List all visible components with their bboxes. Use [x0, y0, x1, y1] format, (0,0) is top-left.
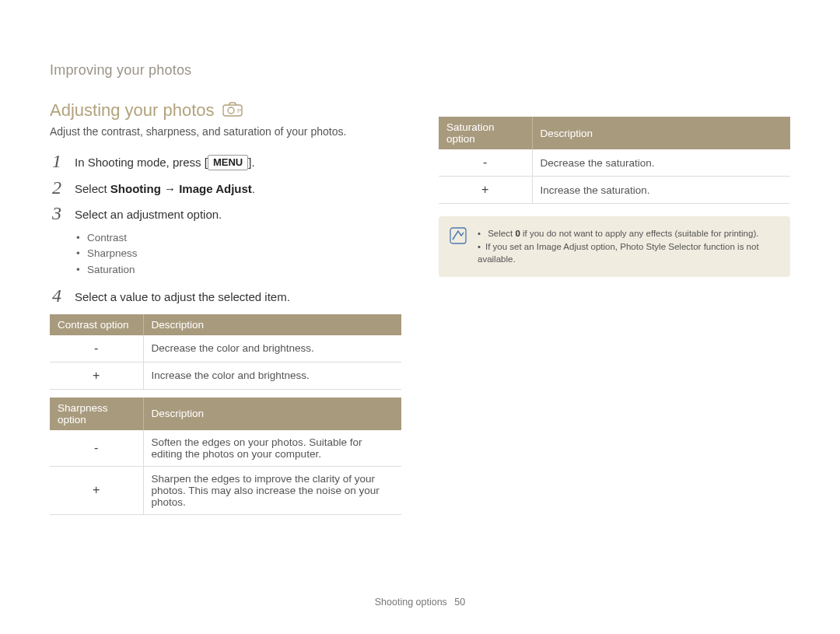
step-number: 2 — [50, 178, 64, 197]
bullet-contrast: Contrast — [76, 230, 401, 247]
cell-desc: Decrease the color and brightness. — [143, 335, 401, 363]
cell-option: - — [50, 335, 143, 363]
cell-desc: Decrease the saturation. — [532, 149, 790, 177]
step-text: Select Shooting → Image Adjust. — [75, 178, 255, 198]
step-number: 4 — [50, 286, 64, 305]
step-text: In Shooting mode, press [MENU]. — [75, 152, 255, 172]
intro-text: Adjust the contrast, sharpness, and satu… — [50, 125, 401, 138]
cell-desc: Sharpen the edges to improve the clarity… — [143, 466, 401, 514]
sub-bullets: Contrast Sharpness Saturation — [76, 230, 401, 279]
table-row: - Soften the edges on your photos. Suita… — [50, 430, 401, 467]
th-saturation-option: Saturation option — [439, 117, 532, 149]
step-2: 2 Select Shooting → Image Adjust. — [50, 178, 401, 198]
th-contrast-option: Contrast option — [50, 314, 143, 335]
note-item: Select 0 if you do not want to apply any… — [478, 227, 778, 240]
cell-option: + — [50, 466, 143, 514]
table-row: - Decrease the saturation. — [439, 149, 790, 177]
th-description: Description — [143, 314, 401, 335]
camera-p-icon: P — [222, 101, 243, 120]
contrast-table: Contrast option Description - Decrease t… — [50, 314, 401, 390]
page-title: Adjusting your photos — [50, 100, 215, 121]
footer-label: Shooting options — [375, 597, 447, 608]
note-icon — [450, 227, 467, 266]
cell-desc: Increase the saturation. — [532, 177, 790, 204]
table-row: + Sharpen the edges to improve the clari… — [50, 466, 401, 514]
cell-desc: Soften the edges on your photos. Suitabl… — [143, 430, 401, 467]
svg-point-1 — [228, 107, 234, 114]
sharpness-table: Sharpness option Description - Soften th… — [50, 398, 401, 515]
steps-list: 1 In Shooting mode, press [MENU]. 2 Sele… — [50, 152, 401, 224]
note-list: Select 0 if you do not want to apply any… — [478, 227, 778, 266]
cell-option: - — [50, 430, 143, 467]
table-row: + Increase the color and brightness. — [50, 362, 401, 389]
saturation-table: Saturation option Description - Decrease… — [439, 117, 790, 204]
menu-button-label: MENU — [208, 155, 248, 170]
steps-list-cont: 4 Select a value to adjust the selected … — [50, 286, 401, 306]
note-item: If you set an Image Adjust option, Photo… — [478, 240, 778, 266]
step-text: Select an adjustment option. — [75, 204, 222, 224]
cell-option: - — [439, 149, 532, 177]
step-4: 4 Select a value to adjust the selected … — [50, 286, 401, 306]
th-description: Description — [143, 398, 401, 430]
page-number: 50 — [454, 597, 465, 608]
section-header: Improving your photos — [50, 62, 401, 79]
th-sharpness-option: Sharpness option — [50, 398, 143, 430]
cell-option: + — [50, 362, 143, 389]
bullet-saturation: Saturation — [76, 262, 401, 278]
step-1: 1 In Shooting mode, press [MENU]. — [50, 152, 401, 172]
note-box: Select 0 if you do not want to apply any… — [439, 216, 790, 277]
table-row: - Decrease the color and brightness. — [50, 335, 401, 363]
page-footer: Shooting options 50 — [0, 597, 840, 608]
bullet-sharpness: Sharpness — [76, 246, 401, 262]
step-number: 3 — [50, 204, 64, 222]
step-number: 1 — [50, 152, 64, 170]
cell-option: + — [439, 177, 532, 204]
th-description: Description — [532, 117, 790, 149]
table-row: + Increase the saturation. — [439, 177, 790, 204]
svg-text:P: P — [237, 107, 241, 114]
step-text: Select a value to adjust the selected it… — [75, 286, 290, 306]
cell-desc: Increase the color and brightness. — [143, 362, 401, 389]
step-3: 3 Select an adjustment option. — [50, 204, 401, 224]
